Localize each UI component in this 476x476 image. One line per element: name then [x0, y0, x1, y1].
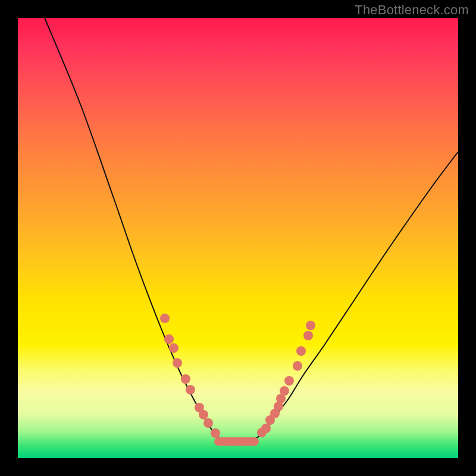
left-curve [45, 18, 220, 439]
data-point [160, 314, 170, 323]
data-point [211, 428, 220, 438]
data-point [261, 424, 271, 433]
data-point [203, 418, 213, 428]
data-point [169, 343, 178, 353]
chart-frame: TheBottleneck.com [0, 0, 476, 476]
data-point [181, 374, 190, 384]
data-point [280, 386, 289, 396]
right-curve [256, 152, 458, 439]
data-point [186, 385, 195, 394]
data-point [284, 376, 294, 386]
plot-area [18, 18, 458, 458]
data-point [164, 334, 174, 344]
data-point [296, 346, 306, 356]
data-point [303, 331, 313, 340]
data-point [306, 321, 315, 330]
data-point [173, 358, 182, 368]
dots-left [160, 314, 220, 438]
curve-layer [18, 18, 458, 458]
dots-right [257, 321, 315, 437]
watermark-text: TheBottleneck.com [355, 2, 469, 18]
data-point [199, 410, 208, 419]
valley-band [214, 437, 259, 446]
data-point [293, 361, 302, 371]
